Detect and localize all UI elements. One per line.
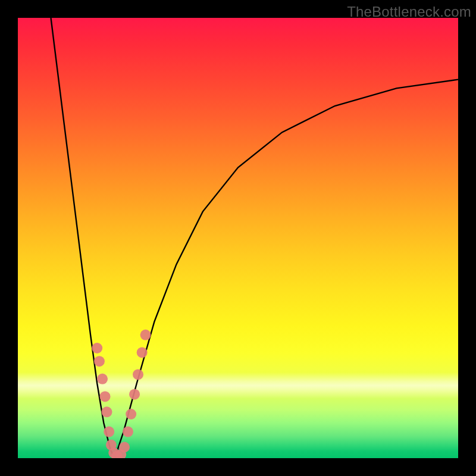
data-marker xyxy=(133,369,143,380)
data-marker xyxy=(126,409,136,419)
data-marker xyxy=(123,427,133,437)
data-marker xyxy=(137,347,148,358)
curve-right-path xyxy=(115,80,458,458)
data-marker xyxy=(92,343,102,353)
watermark-text: TheBottleneck.com xyxy=(347,4,471,20)
data-marker xyxy=(129,389,140,400)
data-marker xyxy=(101,406,112,417)
data-marker xyxy=(94,356,105,367)
data-marker xyxy=(119,442,130,453)
chart-frame: TheBottleneck.com xyxy=(0,0,476,476)
data-marker xyxy=(100,391,111,402)
data-marker xyxy=(97,374,108,384)
plot-area xyxy=(18,18,458,458)
data-marker xyxy=(104,427,114,437)
curve-group xyxy=(51,18,459,458)
chart-svg xyxy=(18,18,458,458)
data-marker xyxy=(140,330,151,340)
